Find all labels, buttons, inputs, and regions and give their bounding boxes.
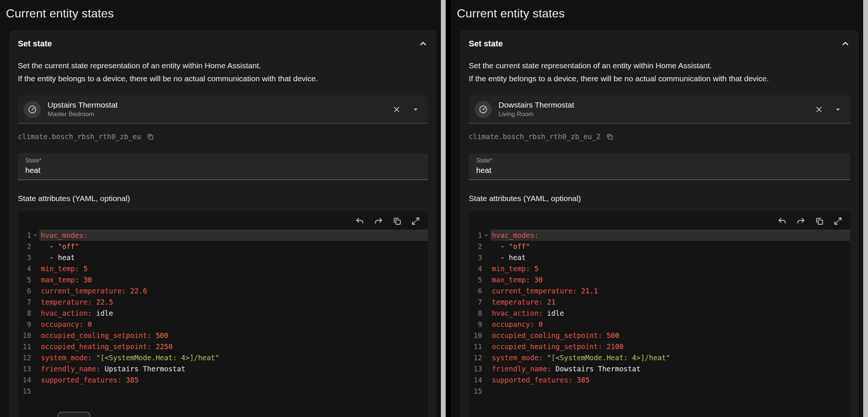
collapse-chevron-icon[interactable] xyxy=(418,39,428,49)
page-title: Current entity states xyxy=(0,0,446,20)
clear-entity-icon[interactable] xyxy=(815,105,823,114)
gutter-spacer xyxy=(31,263,39,274)
code-line: 4min_temp: 5 xyxy=(18,263,428,274)
line-number: 8 xyxy=(469,308,482,319)
card-description: Set the current state representation of … xyxy=(469,59,850,85)
card-header: Set state xyxy=(18,39,428,49)
copy-entity-id-icon[interactable] xyxy=(606,133,614,141)
code-line: 4min_temp: 5 xyxy=(469,263,850,274)
line-number: 9 xyxy=(18,319,31,330)
line-number: 7 xyxy=(469,296,482,308)
line-number: 8 xyxy=(18,308,31,319)
line-number: 11 xyxy=(18,341,31,352)
entity-picker[interactable]: Dowstairs Thermostat Living Room xyxy=(469,95,850,124)
code-line: 6current_temperature: 22.6 xyxy=(18,285,428,296)
yaml-editor: 1hvac_modes:2 - "off"3 - heat4min_temp: … xyxy=(18,211,428,417)
copy-icon[interactable] xyxy=(392,216,402,226)
card-title: Set state xyxy=(469,39,503,49)
picker-icons xyxy=(392,105,420,114)
gutter-spacer xyxy=(31,352,39,363)
code-line-content: hvac_action: idle xyxy=(39,308,428,319)
code-line: 13friendly_name: Upstairs Thermostat xyxy=(18,363,428,374)
code-line-content: - "off" xyxy=(39,241,428,252)
code-line-content: - heat xyxy=(490,252,850,263)
code-line: 6current_temperature: 21.1 xyxy=(469,285,850,296)
code-line: 2 - "off" xyxy=(469,241,850,252)
code-line-content: occupancy: 0 xyxy=(490,319,850,330)
gutter-spacer xyxy=(482,308,490,319)
collapse-chevron-icon[interactable] xyxy=(841,39,850,49)
clear-entity-icon[interactable] xyxy=(392,105,401,114)
code-line-content: system_mode: "[<SystemMode.Heat: 4>]/hea… xyxy=(490,352,850,363)
description-line-2: If the entity belongs to a device, there… xyxy=(469,74,769,83)
fold-chevron-icon[interactable] xyxy=(31,230,39,241)
gutter-spacer xyxy=(482,330,490,341)
code-line: 12system_mode: "[<SystemMode.Heat: 4>]/h… xyxy=(469,352,850,363)
copy-entity-id-icon[interactable] xyxy=(146,133,154,141)
code-line-content: occupied_cooling_setpoint: 500 xyxy=(490,330,850,341)
description-line-2: If the entity belongs to a device, there… xyxy=(18,74,318,83)
thermostat-icon xyxy=(478,104,488,115)
gutter-spacer xyxy=(31,285,39,296)
redo-icon[interactable] xyxy=(374,216,383,226)
scrollbar-right[interactable] xyxy=(863,0,868,417)
window-left: Current entity states Set state Set the … xyxy=(0,0,446,417)
copy-icon[interactable] xyxy=(815,216,824,226)
state-field-value: heat xyxy=(25,166,420,175)
code-line: 7temperature: 22.5 xyxy=(18,296,428,308)
code-line-content: friendly_name: Dowstairs Thermostat xyxy=(490,363,850,374)
line-number: 3 xyxy=(469,252,482,263)
state-field-label: State* xyxy=(476,157,843,164)
code-line: 1hvac_modes: xyxy=(469,230,850,241)
gutter-spacer xyxy=(482,363,490,374)
code-line: 10occupied_cooling_setpoint: 500 xyxy=(18,330,428,341)
code-line: 8hvac_action: idle xyxy=(18,308,428,319)
card-header: Set state xyxy=(469,39,850,49)
fold-chevron-icon[interactable] xyxy=(482,230,490,241)
code-line-content: supported_features: 385 xyxy=(490,374,850,385)
code-line-content xyxy=(490,385,850,397)
code-line: 10occupied_cooling_setpoint: 500 xyxy=(469,330,850,341)
redo-icon[interactable] xyxy=(796,216,806,226)
gutter-spacer xyxy=(482,341,490,352)
code-area[interactable]: 1hvac_modes:2 - "off"3 - heat4min_temp: … xyxy=(18,229,428,397)
state-field-label: State* xyxy=(25,157,420,164)
code-line: 5max_temp: 30 xyxy=(18,274,428,285)
code-line: 15 xyxy=(469,385,850,397)
undo-icon[interactable] xyxy=(777,216,787,226)
code-line-content: min_temp: 5 xyxy=(39,263,428,274)
yaml-label: State attributes (YAML, optional) xyxy=(469,194,850,203)
yaml-label: State attributes (YAML, optional) xyxy=(18,194,428,203)
undo-icon[interactable] xyxy=(355,216,365,226)
gutter-spacer xyxy=(31,341,39,352)
line-number: 13 xyxy=(18,363,31,374)
dropdown-caret-icon[interactable] xyxy=(834,105,842,114)
line-number: 7 xyxy=(18,296,31,308)
gutter-spacer xyxy=(482,252,490,263)
line-number: 10 xyxy=(469,330,482,341)
entity-name: Upstairs Thermostat xyxy=(48,100,392,110)
code-line: 7temperature: 21 xyxy=(469,296,850,308)
code-area[interactable]: 1hvac_modes:2 - "off"3 - heat4min_temp: … xyxy=(469,229,850,397)
entity-picker[interactable]: Upstairs Thermostat Master Bedroom xyxy=(18,95,428,124)
gutter-spacer xyxy=(482,374,490,385)
set-state-card: Set state Set the current state represen… xyxy=(9,30,437,417)
partial-hidden-button[interactable] xyxy=(58,412,90,417)
code-line-content: system_mode: "[<SystemMode.Heat: 4>]/hea… xyxy=(39,352,428,363)
code-line-content: temperature: 21 xyxy=(490,296,850,308)
picker-icons xyxy=(815,105,842,114)
line-number: 14 xyxy=(469,374,482,385)
gutter-spacer xyxy=(482,385,490,397)
dropdown-caret-icon[interactable] xyxy=(412,105,420,114)
scrollbar-left[interactable] xyxy=(441,0,446,417)
line-number: 13 xyxy=(469,363,482,374)
line-number: 3 xyxy=(18,252,31,263)
entity-id: climate.bosch_rbsh_rth0_zb_eu xyxy=(18,132,141,141)
state-input[interactable]: State* heat xyxy=(18,153,428,180)
code-line: 15 xyxy=(18,385,428,397)
expand-icon[interactable] xyxy=(833,216,843,226)
card-description: Set the current state representation of … xyxy=(18,59,428,85)
code-line-content: - heat xyxy=(39,252,428,263)
expand-icon[interactable] xyxy=(411,216,420,226)
state-input[interactable]: State* heat xyxy=(469,153,850,180)
